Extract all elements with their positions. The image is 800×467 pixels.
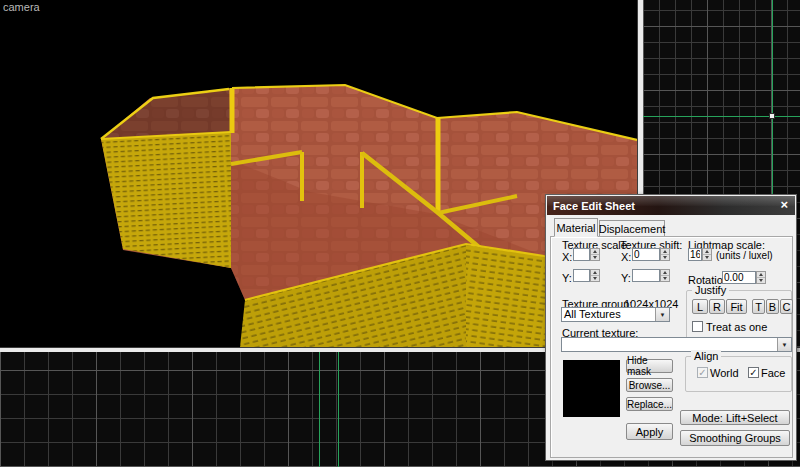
close-icon[interactable]: ×: [780, 197, 788, 212]
grid-guide-line: [319, 352, 320, 467]
tab-label: Material: [556, 222, 595, 234]
tab-label: Displacement: [599, 223, 666, 235]
treat-as-one-label: Treat as one: [706, 321, 767, 333]
shift-y-label: Y:: [621, 272, 631, 284]
button-label: Hide mask: [627, 355, 672, 377]
dropdown-arrow-icon[interactable]: ▼: [777, 338, 791, 351]
justify-left-button[interactable]: L: [692, 299, 708, 314]
texture-group-value: All Textures: [562, 308, 655, 321]
lightmap-units-label: (units / luxel): [716, 250, 773, 261]
shift-y-spinner[interactable]: [660, 269, 670, 282]
texture-preview[interactable]: [563, 360, 620, 417]
scale-y-spinner[interactable]: [590, 269, 600, 282]
align-face-label: Face: [761, 367, 785, 379]
align-face-checkbox[interactable]: ✓: [748, 367, 759, 378]
current-texture-value: [562, 338, 777, 351]
selection-handle-dot[interactable]: [769, 113, 775, 119]
justify-group: Justify: [686, 290, 792, 342]
justify-bottom-button[interactable]: B: [766, 299, 779, 314]
tab-material[interactable]: Material: [554, 218, 598, 237]
hide-mask-button[interactable]: Hide mask: [626, 359, 673, 373]
button-label: C: [783, 301, 791, 313]
tab-displacement[interactable]: Displacement: [599, 220, 665, 237]
shift-y-field[interactable]: [632, 269, 660, 282]
scale-y-label: Y:: [562, 272, 572, 284]
button-label: Mode: Lift+Select: [692, 412, 777, 424]
justify-top-button[interactable]: T: [752, 299, 765, 314]
button-label: T: [755, 301, 762, 313]
scale-x-spinner[interactable]: [590, 248, 600, 261]
texture-group-select[interactable]: All Textures ▼: [561, 307, 670, 322]
grid-guide-line: [338, 352, 339, 467]
button-label: R: [713, 301, 721, 313]
smoothing-groups-button[interactable]: Smoothing Groups: [680, 430, 790, 446]
shift-x-spinner[interactable]: [660, 248, 670, 261]
check-icon: ✓: [698, 368, 706, 378]
button-label: Browse...: [629, 380, 671, 391]
face-edit-sheet-dialog: Face Edit Sheet × Material Displacement …: [545, 194, 797, 461]
button-label: Smoothing Groups: [689, 432, 781, 444]
justify-group-label: Justify: [692, 284, 729, 296]
justify-center-button[interactable]: C: [780, 299, 793, 314]
grid-axis-horizontal: [643, 116, 800, 117]
shift-x-label: X:: [621, 251, 631, 263]
browse-button[interactable]: Browse...: [626, 378, 673, 392]
button-label: Replace...: [627, 399, 672, 410]
current-texture-select[interactable]: ▼: [561, 337, 792, 352]
scale-x-field[interactable]: [573, 248, 590, 261]
button-label: L: [697, 301, 703, 313]
viewport-label: camera: [3, 1, 40, 13]
rotation-spinner[interactable]: [756, 271, 766, 284]
check-icon: ✓: [749, 368, 757, 378]
treat-as-one-checkbox[interactable]: [692, 321, 703, 332]
rotation-field[interactable]: [722, 271, 756, 284]
justify-fit-button[interactable]: Fit: [726, 299, 747, 314]
dropdown-arrow-icon[interactable]: ▼: [655, 308, 669, 321]
camera-viewport-3d[interactable]: camera: [0, 0, 637, 347]
align-world-label: World: [710, 367, 739, 379]
lightmap-spinner[interactable]: [702, 248, 712, 261]
button-label: Fit: [730, 301, 742, 313]
shift-x-field[interactable]: [632, 248, 660, 261]
align-group-label: Align: [691, 350, 721, 362]
replace-button[interactable]: Replace...: [626, 397, 673, 411]
scale-x-label: X:: [562, 251, 572, 263]
scale-y-field[interactable]: [573, 269, 590, 282]
align-world-checkbox[interactable]: ✓: [697, 367, 708, 378]
apply-button[interactable]: Apply: [626, 423, 673, 440]
button-label: Apply: [636, 426, 664, 438]
justify-right-button[interactable]: R: [709, 299, 725, 314]
lightmap-field[interactable]: [688, 248, 702, 261]
dialog-title: Face Edit Sheet: [553, 200, 635, 212]
mode-button[interactable]: Mode: Lift+Select: [680, 410, 790, 425]
dialog-titlebar[interactable]: Face Edit Sheet ×: [547, 196, 795, 215]
button-label: B: [769, 301, 776, 313]
scene-3d: [0, 0, 637, 347]
